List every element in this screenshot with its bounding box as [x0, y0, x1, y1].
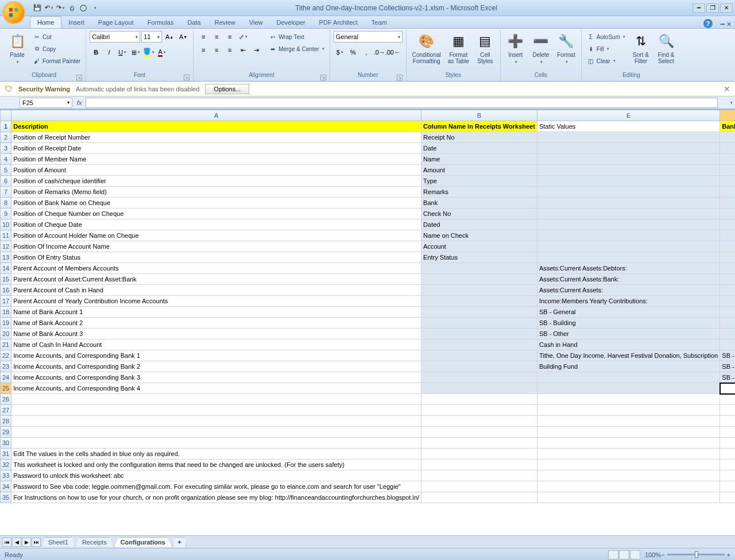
cell-F27[interactable]	[720, 405, 735, 416]
cell-F10[interactable]	[720, 219, 735, 230]
decrease-decimal-button[interactable]: .00←	[386, 47, 399, 58]
row-header-7[interactable]: 7	[1, 187, 11, 198]
cell-F28[interactable]	[720, 416, 735, 427]
cell-B2[interactable]: Receipt No	[421, 132, 537, 143]
page-layout-view-button[interactable]	[619, 550, 629, 559]
cell-A22[interactable]: Income Accounts, and Corresponding Bank …	[11, 350, 421, 361]
ribbon-tab-home[interactable]: Home	[30, 16, 61, 28]
cell-E35[interactable]	[537, 492, 719, 503]
cell-F7[interactable]	[720, 187, 735, 198]
row-header-28[interactable]: 28	[1, 416, 11, 427]
autosum-button[interactable]: ΣAutoSum▾	[585, 31, 627, 43]
ribbon-tab-pdf-architect[interactable]: PDF Architect	[312, 17, 365, 28]
font-color-button[interactable]: A▾	[156, 47, 168, 58]
cell-A31[interactable]: Edit The values in the cells shaded in b…	[11, 449, 421, 459]
cell-E30[interactable]	[537, 438, 719, 449]
cell-A24[interactable]: Income Accounts, and Corresponding Bank …	[11, 372, 421, 383]
cell-E28[interactable]	[537, 416, 719, 427]
clipboard-launcher[interactable]: ↘	[76, 75, 82, 80]
cell-A1[interactable]: Description	[11, 121, 421, 132]
cell-E1[interactable]: Static Values	[537, 121, 719, 132]
cell-E7[interactable]	[537, 187, 719, 198]
row-header-21[interactable]: 21	[1, 339, 11, 350]
cell-B28[interactable]	[421, 416, 537, 427]
cell-F25[interactable]: ▾	[720, 383, 735, 394]
cell-B7[interactable]: Remarks	[421, 187, 537, 198]
save-button[interactable]: 💾	[32, 3, 42, 13]
row-header-13[interactable]: 13	[1, 252, 11, 263]
row-header-35[interactable]: 35	[1, 492, 11, 503]
sheet-tab-sheet1[interactable]: Sheet1	[42, 537, 75, 547]
name-box[interactable]: F25▾	[20, 98, 72, 108]
row-header-12[interactable]: 12	[1, 241, 11, 252]
cell-A32[interactable]: This worksheet is locked and only the co…	[11, 459, 421, 470]
comma-button[interactable]: ,	[360, 47, 373, 58]
cell-E24[interactable]	[537, 372, 719, 383]
ribbon-tab-insert[interactable]: Insert	[61, 17, 91, 28]
align-center-button[interactable]: ≡	[210, 44, 223, 56]
cell-B35[interactable]	[421, 492, 537, 503]
cell-A30[interactable]	[11, 438, 421, 449]
row-header-27[interactable]: 27	[1, 405, 11, 416]
cell-A6[interactable]: Position of cash/cheque identifier	[11, 176, 421, 187]
accounting-button[interactable]: $▾	[334, 47, 346, 58]
workbook-window-controls[interactable]: ━ ✕	[721, 21, 732, 28]
ribbon-tab-review[interactable]: Review	[208, 17, 242, 28]
cell-B1[interactable]: Column Name in Receipts Worksheet	[421, 121, 537, 132]
copy-button[interactable]: ⧉Copy	[31, 43, 82, 55]
cell-B12[interactable]: Account	[421, 241, 537, 252]
next-sheet-button[interactable]: ▶	[22, 538, 31, 547]
wrap-text-button[interactable]: ↩Wrap Text	[267, 31, 326, 43]
row-header-4[interactable]: 4	[1, 154, 11, 165]
cell-B17[interactable]	[421, 296, 537, 307]
find-select-button[interactable]: 🔍Find & Select	[655, 31, 678, 65]
cell-A8[interactable]: Position of Bank Name on Cheque	[11, 198, 421, 208]
format-table-button[interactable]: ▦Format as Table	[446, 31, 471, 65]
align-right-button[interactable]: ≡	[223, 44, 236, 56]
row-header-34[interactable]: 34	[1, 481, 11, 492]
cell-F35[interactable]	[720, 492, 735, 503]
cell-A16[interactable]: Parent Account of Cash in Hand	[11, 285, 421, 296]
ribbon-tab-page-layout[interactable]: Page Layout	[91, 17, 141, 28]
cell-F32[interactable]	[720, 459, 735, 470]
office-button[interactable]	[2, 1, 25, 24]
decrease-indent-button[interactable]: ⇤	[237, 44, 249, 56]
italic-button[interactable]: I	[103, 47, 115, 58]
cell-E32[interactable]	[537, 459, 719, 470]
cell-A4[interactable]: Position of Member Name	[11, 154, 421, 165]
cell-E15[interactable]: Assets:Current Assets:Bank:	[537, 274, 719, 285]
cell-F23[interactable]: SB - Building	[720, 361, 735, 372]
row-header-19[interactable]: 19	[1, 318, 11, 329]
ribbon-tab-formulas[interactable]: Formulas	[141, 17, 181, 28]
fill-color-button[interactable]: 🪣▾	[142, 47, 155, 58]
row-header-8[interactable]: 8	[1, 198, 11, 208]
cell-F22[interactable]: SB - General	[720, 350, 735, 361]
formula-input[interactable]	[86, 98, 718, 108]
fill-button[interactable]: ⬇Fill▾	[585, 43, 627, 55]
cell-A12[interactable]: Position Of Income Account Name	[11, 241, 421, 252]
cell-A14[interactable]: Parent Account of Members Accounts	[11, 263, 421, 274]
number-format-combo[interactable]: General▾	[334, 31, 403, 43]
row-header-32[interactable]: 32	[1, 459, 11, 470]
cell-E4[interactable]	[537, 154, 719, 165]
page-break-view-button[interactable]	[630, 550, 640, 559]
cell-E23[interactable]: Building Fund	[537, 361, 719, 372]
cell-E16[interactable]: Assets:Current Assets:	[537, 285, 719, 296]
cell-A5[interactable]: Position of Amount	[11, 165, 421, 176]
cell-E20[interactable]: SB - Other	[537, 329, 719, 339]
fx-icon[interactable]: fx	[74, 99, 86, 106]
font-name-combo[interactable]: Calibri▾	[90, 31, 140, 43]
redo-button[interactable]: ↷▾	[55, 3, 65, 13]
cell-B5[interactable]: Amount	[421, 165, 537, 176]
clear-button[interactable]: ◫Clear▾	[585, 55, 627, 67]
cell-E17[interactable]: Income:Members Yearly Contributions:	[537, 296, 719, 307]
cell-A18[interactable]: Name of Bank Account 1	[11, 307, 421, 318]
cell-B27[interactable]	[421, 405, 537, 416]
row-header-25[interactable]: 25	[1, 383, 11, 394]
cell-F14[interactable]	[720, 263, 735, 274]
cell-F19[interactable]	[720, 318, 735, 329]
cell-B30[interactable]	[421, 438, 537, 449]
cell-A19[interactable]: Name of Bank Account 2	[11, 318, 421, 329]
percent-button[interactable]: %	[347, 47, 359, 58]
cell-A10[interactable]: Position of Cheque Date	[11, 219, 421, 230]
